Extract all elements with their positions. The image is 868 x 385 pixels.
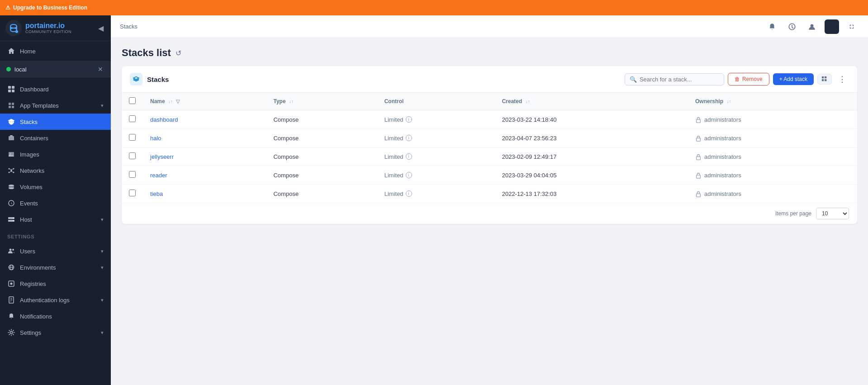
ownership-icon (695, 134, 702, 142)
sidebar-item-notifications[interactable]: Notifications (0, 308, 111, 324)
sort-type-icon: ↓↑ (289, 99, 294, 104)
info-icon[interactable]: i (406, 190, 412, 197)
row-select-checkbox[interactable] (129, 134, 136, 141)
stack-name-link[interactable]: reader (150, 172, 167, 179)
ownership-value: administrators (704, 172, 741, 179)
row-control-cell: Limited i (377, 185, 495, 203)
select-all-checkbox[interactable] (129, 97, 136, 104)
row-checkbox-cell (122, 166, 143, 185)
table-row: dashboard Compose Limited i 2023-03-22 1… (122, 110, 857, 129)
add-stack-button[interactable]: + Add stack (773, 73, 814, 85)
svg-point-33 (12, 249, 14, 251)
env-close-btn[interactable]: ✕ (96, 65, 104, 73)
sidebar-item-images[interactable]: Images (0, 146, 111, 162)
stack-name-link[interactable]: tieba (150, 190, 163, 197)
items-per-page-select[interactable]: 102550100 (816, 208, 849, 219)
info-icon[interactable]: i (406, 135, 412, 141)
users-icon (7, 247, 15, 255)
sidebar-item-dashboard[interactable]: Dashboard (0, 81, 111, 97)
sidebar-item-containers[interactable]: Containers (0, 130, 111, 146)
col-name[interactable]: Name ↓↑ ▽ (143, 93, 266, 110)
sidebar-section-main: Home (0, 41, 111, 61)
remove-button[interactable]: 🗑 Remove (728, 73, 769, 86)
svg-point-43 (10, 332, 13, 334)
chevron-down-icon: ▾ (101, 103, 104, 109)
portainer-logo (5, 20, 22, 36)
remove-label: Remove (742, 76, 763, 82)
row-created-cell: 2023-04-07 23:56:23 (495, 129, 688, 147)
upgrade-bar[interactable]: ⚠ Upgrade to Business Edition (0, 0, 868, 15)
ownership-value: administrators (704, 153, 741, 160)
templates-icon (7, 101, 15, 109)
row-select-checkbox[interactable] (129, 115, 136, 122)
more-options-btn[interactable]: ⋮ (835, 72, 849, 86)
col-type[interactable]: Type ↓↑ (266, 93, 377, 110)
user-profile-btn[interactable] (805, 19, 819, 34)
refresh-btn[interactable]: ↺ (175, 49, 181, 57)
stack-name-link[interactable]: jellyseerr (150, 153, 174, 160)
svg-rect-50 (697, 119, 701, 123)
sidebar-item-settings[interactable]: Settings ▾ (0, 324, 111, 341)
ownership-icon (695, 116, 702, 123)
sidebar: portainer.io COMMUNITY EDITION ◀ Home lo… (0, 15, 111, 385)
page-title: Stacks list (122, 47, 171, 59)
stacks-tbody: dashboard Compose Limited i 2023-03-22 1… (122, 110, 857, 203)
environment-row: local ✕ (0, 61, 111, 77)
sidebar-item-stacks[interactable]: Stacks (0, 114, 111, 130)
row-ownership-cell: administrators (688, 129, 857, 147)
sidebar-item-environments[interactable]: Environments ▾ (0, 259, 111, 276)
row-select-checkbox[interactable] (129, 171, 136, 178)
row-control-cell: Limited i (377, 147, 495, 166)
sidebar-item-label: Stacks (20, 119, 38, 125)
search-input[interactable] (640, 76, 719, 83)
col-created[interactable]: Created ↓↑ (495, 93, 688, 110)
sidebar-item-registries[interactable]: Registries (0, 276, 111, 292)
settings-icon (7, 328, 15, 337)
auth-logs-icon (7, 296, 15, 304)
sidebar-section-nav: Dashboard App Templates ▾ Stacks (0, 79, 111, 229)
items-per-page-label: Items per page (775, 210, 811, 217)
stack-name-link[interactable]: dashboard (150, 116, 178, 123)
user-avatar[interactable] (825, 19, 839, 34)
sidebar-item-users[interactable]: Users ▾ (0, 243, 111, 259)
svg-point-38 (10, 283, 13, 285)
networks-icon (7, 166, 15, 175)
table-row: tieba Compose Limited i 2022-12-13 17:32… (122, 185, 857, 203)
sidebar-item-label: Images (20, 151, 39, 158)
row-select-checkbox[interactable] (129, 152, 136, 159)
table-title-area: Stacks (130, 73, 169, 86)
clock-btn[interactable] (785, 19, 799, 34)
sidebar-collapse-btn[interactable]: ◀ (96, 22, 105, 34)
sidebar-item-auth-logs[interactable]: Authentication logs ▾ (0, 292, 111, 308)
row-checkbox-cell (122, 110, 143, 129)
limited-badge: Limited i (384, 190, 412, 197)
row-created-cell: 2022-12-13 17:32:03 (495, 185, 688, 203)
expand-btn[interactable] (844, 19, 859, 34)
sidebar-item-label: App Templates (20, 102, 59, 109)
sidebar-item-host[interactable]: Host ▾ (0, 211, 111, 228)
view-toggle-btn[interactable] (817, 74, 832, 85)
info-icon[interactable]: i (406, 172, 412, 178)
notifications-icon (7, 312, 15, 320)
sidebar-item-label: Host (20, 216, 32, 223)
sidebar-item-app-templates[interactable]: App Templates ▾ (0, 97, 111, 114)
chevron-down-icon: ▾ (101, 297, 104, 303)
info-icon[interactable]: i (406, 116, 412, 123)
svg-rect-12 (9, 136, 14, 140)
svg-rect-53 (697, 175, 701, 178)
notifications-bell-btn[interactable] (765, 19, 779, 34)
search-icon: 🔍 (630, 76, 637, 83)
col-ownership[interactable]: Ownership ↓↑ (688, 93, 857, 110)
row-ownership-cell: administrators (688, 147, 857, 166)
svg-rect-48 (822, 79, 824, 81)
search-box: 🔍 (625, 73, 724, 86)
sidebar-item-events[interactable]: Events (0, 195, 111, 211)
sidebar-item-home[interactable]: Home (0, 43, 111, 59)
info-icon[interactable]: i (406, 153, 412, 160)
sidebar-item-networks[interactable]: Networks (0, 162, 111, 179)
row-select-checkbox[interactable] (129, 190, 136, 196)
svg-point-15 (10, 170, 12, 171)
home-icon (7, 47, 15, 55)
sidebar-item-volumes[interactable]: Volumes (0, 179, 111, 195)
stack-name-link[interactable]: halo (150, 135, 161, 142)
